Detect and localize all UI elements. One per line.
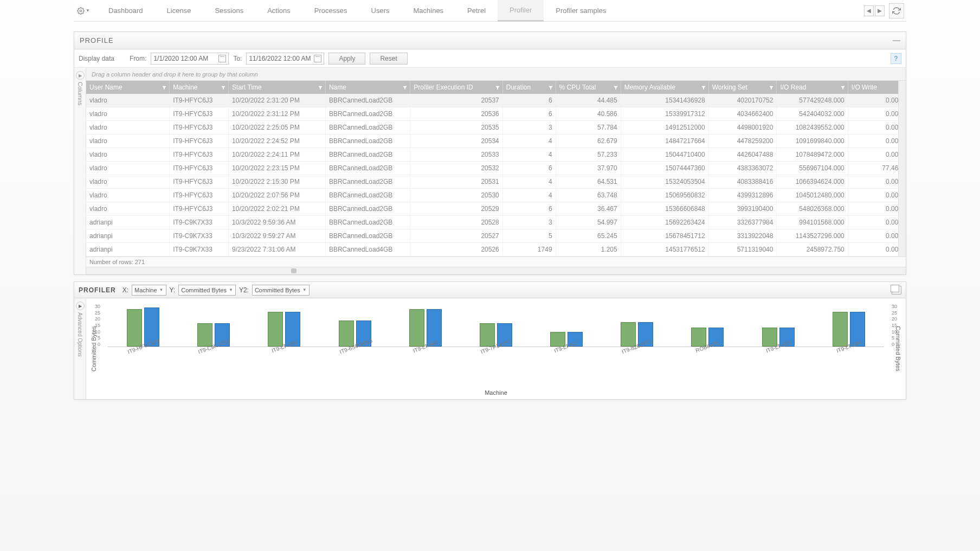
column-header[interactable]: User Name [86,81,170,94]
apply-button[interactable]: Apply [328,53,365,65]
filter-icon[interactable] [402,85,408,90]
table-row[interactable]: vladroIT9-HFYC6J310/20/2022 2:02:21 PMBB… [86,202,906,216]
cell: 10/20/2022 2:07:56 PM [229,189,326,202]
bar[interactable] [409,309,424,347]
column-header[interactable]: I/O Read [777,81,848,94]
filter-icon[interactable] [221,85,226,90]
refresh-button[interactable] [889,3,904,18]
bar[interactable] [127,309,142,347]
tab-dashboard[interactable]: Dashboard [96,0,155,22]
bar[interactable] [621,322,636,347]
cell: 62.679 [556,134,621,148]
table-row[interactable]: adrianpiIT9-C9K7X339/23/2022 7:31:06 AMB… [86,243,906,257]
cell: 1143527296.000 [777,229,848,243]
expand-icon[interactable]: ▶ [76,71,85,80]
column-header[interactable]: Start Time [229,81,326,94]
table-row[interactable]: vladroIT9-HFYC6J310/20/2022 2:31:20 PMBB… [86,94,906,107]
advanced-options-tab[interactable]: ▶ Advanced Options [74,298,86,399]
column-header[interactable]: Machine [170,81,229,94]
column-header[interactable]: % CPU Total [556,81,621,94]
filter-icon[interactable] [162,85,167,90]
filter-icon[interactable] [613,85,618,90]
cell: 20531 [410,175,502,189]
x-axis-select[interactable]: Machine ▼ [132,285,166,296]
column-header[interactable]: Memory Available [621,81,708,94]
cell: 77.466 [848,162,905,175]
to-date-input[interactable] [246,53,324,65]
filter-icon[interactable] [318,85,323,90]
column-header[interactable]: Working Set [708,81,777,94]
cell: 15074447360 [621,162,708,175]
bar[interactable] [691,328,706,347]
from-date-field[interactable] [153,55,217,62]
tab-machines[interactable]: Machines [401,0,455,22]
cell: vladro [86,175,170,189]
bar[interactable] [480,323,495,347]
tab-profiler-samples[interactable]: Profiler samples [544,0,618,22]
table-row[interactable]: adrianpiIT9-C9K7X3310/3/2022 9:59:27 AMB… [86,229,906,243]
column-header[interactable]: Duration [502,81,556,94]
bar[interactable] [762,328,777,347]
filter-icon[interactable] [548,85,553,90]
bar[interactable] [833,312,848,347]
tab-processes[interactable]: Processes [302,0,359,22]
column-header[interactable]: Profiler Execution ID [410,81,502,94]
cell: BBRCannedLoad2GB [325,202,410,216]
tab-actions[interactable]: Actions [255,0,302,22]
minimize-button[interactable] [893,40,900,41]
settings-menu[interactable]: ▼ [76,3,91,18]
tab-sessions[interactable]: Sessions [203,0,255,22]
cell: 37.970 [556,162,621,175]
maximize-button[interactable] [892,286,901,294]
cell: 1078489472.000 [777,148,848,162]
table-row[interactable]: vladroIT9-HFYC6J310/20/2022 2:07:56 PMBB… [86,189,906,202]
cell: adrianpi [86,229,170,243]
calendar-icon[interactable] [314,55,321,62]
cell: 542404032.000 [777,107,848,121]
vertical-scrollbar[interactable] [898,81,906,257]
filter-icon[interactable] [769,85,774,90]
cell: 10/20/2022 2:25:05 PM [229,121,326,134]
table-row[interactable]: vladroIT9-HFYC6J310/20/2022 2:24:11 PMBB… [86,148,906,162]
table-row[interactable]: vladroIT9-HFYC6J310/20/2022 2:24:52 PMBB… [86,134,906,148]
nav-scroll-right[interactable]: ▶ [875,5,885,16]
bar[interactable] [268,312,283,347]
table-row[interactable]: vladroIT9-HFYC6J310/20/2022 2:31:12 PMBB… [86,107,906,121]
filter-icon[interactable] [701,85,706,90]
tab-license[interactable]: License [155,0,203,22]
bar[interactable] [339,321,354,347]
table-row[interactable]: vladroIT9-HFYC6J310/20/2022 2:23:15 PMBB… [86,162,906,175]
expand-icon[interactable]: ▶ [76,302,85,310]
nav-scroll-left[interactable]: ◀ [864,5,874,16]
tab-profiler[interactable]: Profiler [498,0,544,22]
bar[interactable] [197,323,212,347]
to-date-field[interactable] [249,55,313,62]
column-header[interactable]: Name [325,81,410,94]
table-row[interactable]: vladroIT9-HFYC6J310/20/2022 2:15:30 PMBB… [86,175,906,189]
calendar-icon[interactable] [218,55,226,62]
reset-button[interactable]: Reset [370,53,407,65]
table-row[interactable]: vladroIT9-HFYC6J310/20/2022 2:25:05 PMBB… [86,121,906,134]
table-row[interactable]: adrianpiIT9-C9K7X3310/3/2022 9:59:36 AMB… [86,216,906,229]
column-header[interactable]: I/O Write [848,81,905,94]
columns-sidebar-tab[interactable]: ▶ Columns [74,68,86,274]
filter-icon[interactable] [840,85,846,90]
horizontal-scrollbar[interactable] [86,267,906,274]
group-by-hint[interactable]: Drag a column header and drop it here to… [86,68,906,81]
cell: 4498001920 [708,121,777,134]
cell: 3 [502,216,556,229]
y-tick: 20 [91,316,100,322]
help-button[interactable]: ? [891,53,901,64]
filter-icon[interactable] [495,85,500,90]
cell: 15324053504 [621,175,708,189]
y-axis-select[interactable]: Committed Bytes ▼ [178,285,236,296]
from-date-input[interactable] [151,53,229,65]
cell: 5711319040 [708,243,777,257]
cell: 10/20/2022 2:24:11 PM [229,148,326,162]
tab-petrel[interactable]: Petrel [455,0,498,22]
y-tick: 15 [91,323,100,328]
cell: 44.485 [556,94,621,107]
y2-axis-select[interactable]: Committed Bytes ▼ [252,285,310,296]
cell: 57.233 [556,148,621,162]
tab-users[interactable]: Users [359,0,402,22]
